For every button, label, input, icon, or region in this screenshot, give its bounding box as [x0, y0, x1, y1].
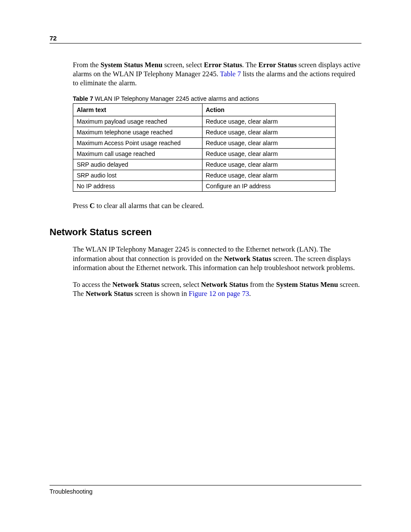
cell-action: Reduce usage, clear alarm: [202, 127, 336, 138]
cell-alarm-text: SRP audio lost: [73, 170, 202, 181]
text-bold: System Status Menu: [100, 61, 162, 69]
caption-label: Table 7: [73, 95, 93, 102]
cell-alarm-text: Maximum telephone usage reached: [73, 127, 202, 138]
alarm-table: Alarm text Action Maximum payload usage …: [73, 103, 336, 192]
table-row: SRP audio delayed Reduce usage, clear al…: [73, 159, 336, 170]
page-number: 72: [50, 34, 57, 42]
table-row: Maximum payload usage reached Reduce usa…: [73, 116, 336, 127]
text: Press: [73, 202, 90, 210]
text: . The: [242, 61, 258, 69]
text-bold: Network Status: [112, 280, 160, 289]
text-bold: Network Status: [201, 280, 249, 289]
cell-alarm-text: No IP address: [73, 181, 202, 192]
text-bold: Network Status: [224, 255, 271, 263]
table-row: No IP address Configure an IP address: [73, 181, 336, 192]
cell-alarm-text: Maximum payload usage reached: [73, 116, 202, 127]
text: screen, select: [159, 280, 201, 289]
cell-action: Reduce usage, clear alarm: [202, 159, 336, 170]
text: to clear all alarms that can be cleared.: [95, 202, 204, 210]
text-bold: C: [90, 202, 95, 210]
cell-action: Reduce usage, clear alarm: [202, 138, 336, 149]
network-status-paragraph-2: To access the Network Status screen, sel…: [73, 280, 361, 298]
text: screen, select: [162, 61, 204, 69]
text: screen is shown in: [133, 289, 189, 298]
table-row: SRP audio lost Reduce usage, clear alarm: [73, 170, 336, 181]
caption-text: WLAN IP Telephony Manager 2245 active al…: [93, 95, 259, 102]
cell-action: Configure an IP address: [202, 181, 336, 192]
table-row: Maximum call usage reached Reduce usage,…: [73, 149, 336, 159]
text-bold: Network Status: [86, 289, 133, 298]
header-rule: [50, 43, 361, 44]
table-row: Maximum telephone usage reached Reduce u…: [73, 127, 336, 138]
intro-paragraph: From the System Status Menu screen, sele…: [73, 60, 361, 87]
col-header-action: Action: [202, 104, 336, 116]
text: From the: [73, 61, 100, 69]
page-content: From the System Status Menu screen, sele…: [50, 34, 361, 298]
col-header-alarm-text: Alarm text: [73, 104, 202, 116]
cell-action: Reduce usage, clear alarm: [202, 149, 336, 159]
link-table-7[interactable]: Table 7: [220, 70, 241, 78]
cell-alarm-text: Maximum Access Point usage reached: [73, 138, 202, 149]
footer-rule: [50, 485, 361, 485]
text-bold: System Status Menu: [276, 280, 338, 289]
cell-alarm-text: Maximum call usage reached: [73, 149, 202, 159]
text: from the: [248, 280, 276, 289]
footer-text: Troubleshooting: [50, 488, 93, 495]
link-figure-12[interactable]: Figure 12 on page 73: [189, 289, 249, 298]
text-bold: Error Status: [258, 61, 297, 69]
text: To access the: [73, 280, 112, 289]
table-header-row: Alarm text Action: [73, 104, 336, 116]
network-status-paragraph-1: The WLAN IP Telephony Manager 2245 is co…: [73, 245, 361, 272]
document-page: 72 From the System Status Menu screen, s…: [0, 0, 411, 532]
press-c-paragraph: Press C to clear all alarms that can be …: [73, 201, 361, 210]
section-heading-network-status: Network Status screen: [50, 227, 361, 238]
cell-alarm-text: SRP audio delayed: [73, 159, 202, 170]
table-row: Maximum Access Point usage reached Reduc…: [73, 138, 336, 149]
text-bold: Error Status: [204, 61, 242, 69]
table-caption: Table 7 WLAN IP Telephony Manager 2245 a…: [73, 95, 361, 102]
cell-action: Reduce usage, clear alarm: [202, 170, 336, 181]
text: .: [249, 289, 251, 298]
cell-action: Reduce usage, clear alarm: [202, 116, 336, 127]
